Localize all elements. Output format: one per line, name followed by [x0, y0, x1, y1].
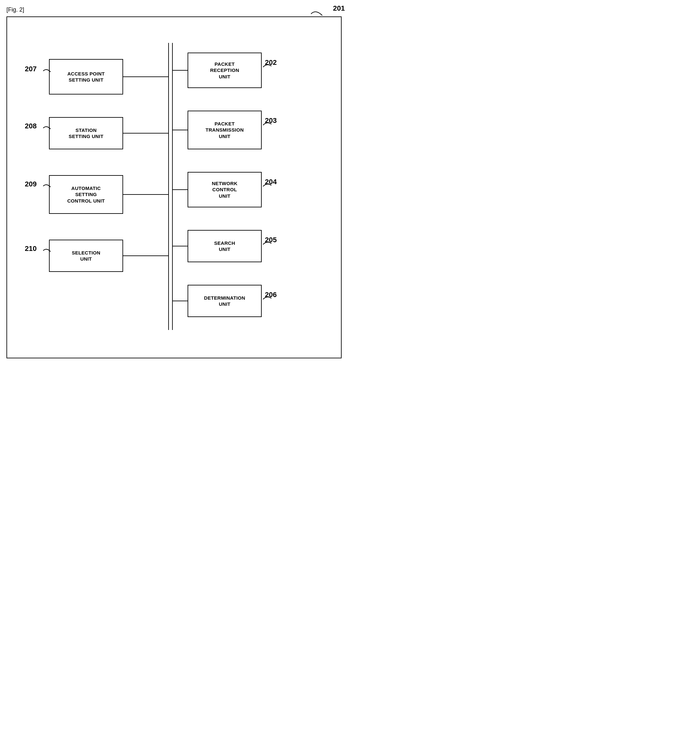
- ref-208-arc: [43, 124, 52, 131]
- ref-203-arc: [262, 120, 272, 127]
- box-206: DETERMINATIONUNIT: [188, 285, 262, 317]
- hline-202: [173, 70, 188, 71]
- box-210: SELECTIONUNIT: [49, 240, 123, 272]
- box-207: ACCESS POINTSETTING UNIT: [49, 59, 123, 94]
- ref-204-arc: [262, 181, 272, 188]
- box-209: AUTOMATICSETTINGCONTROL UNIT: [49, 175, 123, 214]
- ref-209-arc: [43, 182, 52, 189]
- hline-205: [173, 246, 188, 246]
- ref-207-arc: [43, 67, 52, 74]
- ref-208: 208: [25, 122, 37, 130]
- hline-204: [173, 189, 188, 190]
- hline-206: [173, 301, 188, 301]
- ref-210-arc: [43, 247, 52, 253]
- fig-label: [Fig. 2]: [6, 6, 344, 13]
- box-202: PACKETRECEPTIONUNIT: [188, 53, 262, 88]
- bus-line: [168, 43, 173, 330]
- hline-208: [123, 133, 169, 134]
- hline-210: [123, 255, 169, 256]
- box-203: PACKETTRANSMISSIONUNIT: [188, 111, 262, 149]
- ref-205-arc: [262, 240, 272, 246]
- box-204: NETWORKCONTROLUNIT: [188, 172, 262, 207]
- hline-209: [123, 194, 169, 195]
- hline-203: [173, 130, 188, 130]
- ref-206-arc: [262, 295, 272, 301]
- ref-201-label: 201: [333, 4, 345, 13]
- ref-209: 209: [25, 180, 37, 189]
- ref-201-arc: [309, 7, 325, 17]
- diagram-container: ACCESS POINTSETTING UNIT 207 STATIONSETT…: [6, 16, 342, 358]
- box-205: SEARCHUNIT: [188, 230, 262, 262]
- hline-207: [123, 77, 169, 77]
- box-208: STATIONSETTING UNIT: [49, 117, 123, 149]
- ref-207: 207: [25, 65, 37, 73]
- ref-202-arc: [262, 62, 272, 69]
- ref-210: 210: [25, 245, 37, 253]
